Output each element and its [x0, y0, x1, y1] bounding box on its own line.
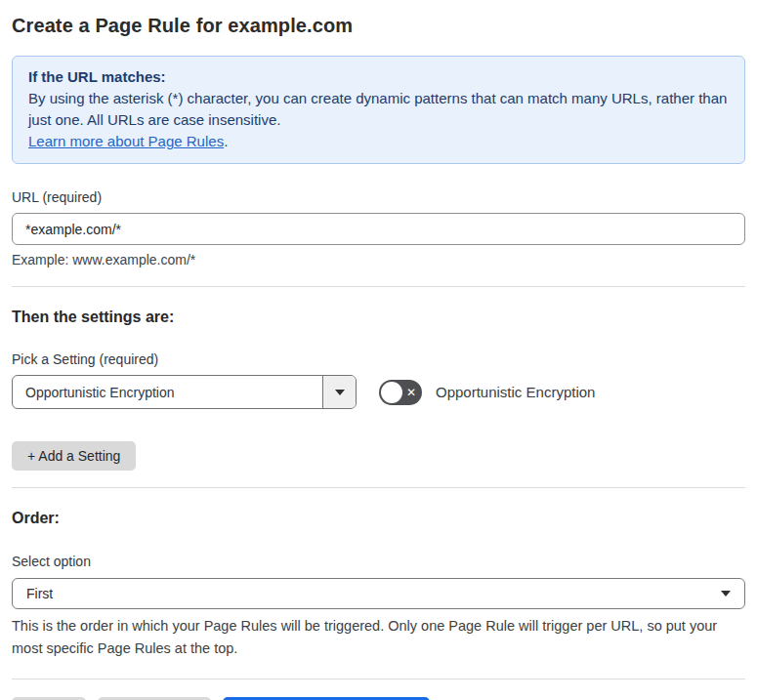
divider — [12, 286, 745, 287]
opportunistic-encryption-toggle[interactable]: ✕ — [379, 380, 422, 405]
info-box-heading: If the URL matches: — [28, 66, 729, 88]
setting-combobox-arrow-button[interactable] — [322, 376, 356, 408]
divider — [12, 679, 745, 679]
setting-combobox-value: Opportunistic Encryption — [13, 376, 322, 408]
page-title: Create a Page Rule for example.com — [12, 13, 745, 39]
toggle-off-x-icon: ✕ — [406, 380, 416, 405]
url-example-helper: Example: www.example.com/* — [12, 251, 745, 269]
setting-row: Opportunistic Encryption ✕ Opportunistic… — [12, 375, 745, 409]
toggle-knob — [381, 382, 402, 403]
order-select[interactable]: First — [12, 578, 745, 609]
toggle-setting-label: Opportunistic Encryption — [436, 384, 595, 400]
settings-section-heading: Then the settings are: — [12, 308, 745, 327]
info-box-body: By using the asterisk (*) character, you… — [28, 88, 729, 131]
chevron-down-icon — [335, 390, 345, 395]
info-link-line: Learn more about Page Rules. — [28, 131, 729, 152]
link-suffix: . — [224, 133, 228, 149]
order-select-label: Select option — [12, 553, 745, 570]
order-helper-text: This is the order in which your Page Rul… — [12, 615, 745, 660]
pick-setting-label: Pick a Setting (required) — [12, 350, 745, 368]
url-input[interactable] — [12, 213, 745, 245]
url-matches-info-box: If the URL matches: By using the asteris… — [12, 56, 745, 164]
order-select-value: First — [26, 586, 721, 601]
setting-combobox[interactable]: Opportunistic Encryption — [12, 375, 357, 409]
page-rule-form: Create a Page Rule for example.com If th… — [0, 0, 757, 700]
url-field-label: URL (required) — [12, 188, 745, 206]
chevron-down-icon — [721, 591, 731, 597]
add-setting-button[interactable]: + Add a Setting — [12, 441, 136, 471]
learn-more-link[interactable]: Learn more about Page Rules — [28, 133, 224, 149]
order-section-heading: Order: — [12, 509, 745, 528]
divider — [12, 487, 745, 488]
